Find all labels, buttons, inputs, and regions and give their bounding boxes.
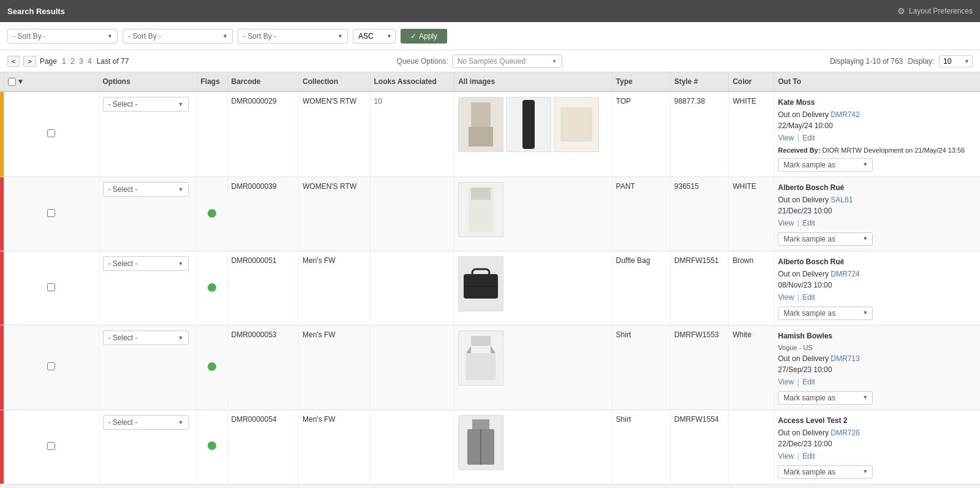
collection-cell: WOMEN'S RTW xyxy=(299,91,371,177)
delivery-link[interactable]: DMR742 xyxy=(831,110,859,119)
layout-preferences-button[interactable]: ⚙ Layout Preferences xyxy=(897,6,973,16)
row-checkbox[interactable] xyxy=(47,129,55,137)
page-links: 1 2 3 4 xyxy=(61,57,93,66)
style-cell: DMRFW1554 xyxy=(670,410,728,484)
collection-cell: WOMEN'S RTW xyxy=(299,177,371,251)
delivery-link[interactable]: SAL61 xyxy=(831,196,853,204)
view-link[interactable]: View xyxy=(778,134,794,142)
queue-select-wrapper: No Samples Queued xyxy=(452,55,562,68)
delivery-date: 22/May/24 10:00 xyxy=(778,120,976,131)
view-edit-links: View | Edit xyxy=(778,218,976,229)
delivery-link[interactable]: DMR724 xyxy=(831,270,859,278)
thumbnail-image-0[interactable] xyxy=(458,182,503,237)
apply-button[interactable]: ✓ Apply xyxy=(401,29,447,44)
edit-link[interactable]: Edit xyxy=(802,452,815,460)
page-3-link[interactable]: 3 xyxy=(79,57,83,66)
options-select[interactable]: - Select - xyxy=(103,415,189,430)
thumbnail-image-0[interactable] xyxy=(458,256,503,311)
mark-sample-select[interactable]: Mark sample as xyxy=(778,391,873,405)
looks-link[interactable]: 10 xyxy=(374,97,382,105)
mark-sample-select[interactable]: Mark sample as xyxy=(778,307,873,320)
checkmark-icon: ✓ xyxy=(410,32,417,40)
sort-by-2-select[interactable]: - Sort By - xyxy=(123,29,233,44)
mark-sample-select[interactable]: Mark sample as xyxy=(778,465,873,479)
out-to-cell: Hamish BowlesVogue - USOut on Delivery D… xyxy=(774,326,980,410)
edit-link[interactable]: Edit xyxy=(802,219,815,227)
view-link[interactable]: View xyxy=(778,219,794,227)
queue-options-label: Queue Options: xyxy=(397,57,448,66)
edit-link[interactable]: Edit xyxy=(802,134,815,142)
edit-link[interactable]: Edit xyxy=(802,293,815,302)
select-all-checkbox[interactable] xyxy=(8,78,16,86)
row-checkbox[interactable] xyxy=(47,442,55,450)
view-link[interactable]: View xyxy=(778,293,794,302)
thumbnail-image-0[interactable] xyxy=(458,415,503,470)
out-delivery-text: Out on Delivery DMR742 xyxy=(778,109,976,120)
page-1-link[interactable]: 1 xyxy=(62,57,66,66)
queue-options-select[interactable]: No Samples Queued xyxy=(452,55,562,68)
sort-order-select[interactable]: ASC xyxy=(353,29,396,44)
out-to-vogue: Vogue - US xyxy=(778,343,976,353)
looks-cell xyxy=(370,177,454,251)
green-flag-dot xyxy=(208,283,216,292)
edit-link[interactable]: Edit xyxy=(802,378,815,386)
pipe-separator: | xyxy=(795,293,801,302)
next-page-button[interactable]: > xyxy=(23,56,36,67)
out-to-name: Hamish Bowles xyxy=(778,330,976,341)
row-checkbox[interactable] xyxy=(47,283,55,291)
th-images: All images xyxy=(454,72,612,91)
page-2-link[interactable]: 2 xyxy=(70,57,75,66)
options-select-wrapper: - Select - xyxy=(103,415,189,430)
toolbar: - Sort By - - Sort By - - Sort By - ASC … xyxy=(0,22,980,50)
row-checkbox[interactable] xyxy=(47,209,55,217)
thumbnail-image-0[interactable] xyxy=(458,97,503,152)
sort-by-3-select[interactable]: - Sort By - xyxy=(238,29,348,44)
type-cell: Duffle Bag xyxy=(612,251,670,326)
flags-cell xyxy=(197,251,227,326)
color-cell: Brown xyxy=(729,251,774,326)
th-barcode: Barcode xyxy=(227,72,299,91)
green-flag-dot xyxy=(208,362,216,371)
type-cell: Shirt xyxy=(612,410,670,484)
table-header-row: ▼ Options Flags Barcode Collection Looks… xyxy=(0,72,980,91)
mark-sample-select[interactable]: Mark sample as xyxy=(778,232,873,246)
delivery-link[interactable]: DMR713 xyxy=(831,354,859,363)
page-4-link[interactable]: 4 xyxy=(88,57,92,66)
row-checkbox-cell xyxy=(4,177,99,251)
chevron-down-icon[interactable]: ▼ xyxy=(17,77,24,86)
row-checkbox[interactable] xyxy=(47,362,55,370)
sort-by-1-select[interactable]: - Sort By - xyxy=(7,29,118,44)
svg-rect-18 xyxy=(466,353,496,380)
looks-cell xyxy=(370,410,454,484)
thumbnail-image-2[interactable] xyxy=(554,97,599,152)
pagination-left: < > Page 1 2 3 4 Last of 77 xyxy=(7,56,129,67)
display-label: Display: xyxy=(908,57,934,66)
options-select[interactable]: - Select - xyxy=(103,256,189,271)
pagination-right: Displaying 1-10 of 763 Display: 10 xyxy=(830,55,973,67)
pagination-center: Queue Options: No Samples Queued xyxy=(397,55,562,68)
thumbnail-image-1[interactable] xyxy=(506,97,551,152)
out-to-cell: Access Level Test 2Out on Delivery DMR72… xyxy=(774,410,980,484)
prev-page-button[interactable]: < xyxy=(7,56,20,67)
svg-rect-6 xyxy=(560,107,592,142)
flags-cell xyxy=(197,91,227,177)
sort-by-1-wrapper: - Sort By - xyxy=(7,29,118,44)
delivery-link[interactable]: DMR726 xyxy=(831,429,859,437)
out-to-cell: Kate MossOut on Delivery DMR74222/May/24… xyxy=(774,91,980,177)
view-link[interactable]: View xyxy=(778,452,794,460)
options-cell: - Select - xyxy=(99,326,197,410)
delivery-date: 21/Dec/23 10:00 xyxy=(778,205,976,216)
view-link[interactable]: View xyxy=(778,378,794,386)
options-select[interactable]: - Select - xyxy=(103,182,189,197)
green-flag-dot xyxy=(208,209,216,218)
options-select[interactable]: - Select - xyxy=(103,97,189,112)
thumbnail-image-0[interactable] xyxy=(458,330,503,386)
options-select-wrapper: - Select - xyxy=(103,330,189,345)
svg-rect-1 xyxy=(471,102,491,127)
type-cell: TOP xyxy=(612,91,670,177)
page-title: Search Results xyxy=(7,7,65,16)
options-select[interactable]: - Select - xyxy=(103,330,189,345)
display-count-select[interactable]: 10 xyxy=(939,55,973,67)
mark-sample-select[interactable]: Mark sample as xyxy=(778,158,873,172)
looks-cell: 10 xyxy=(370,91,454,177)
